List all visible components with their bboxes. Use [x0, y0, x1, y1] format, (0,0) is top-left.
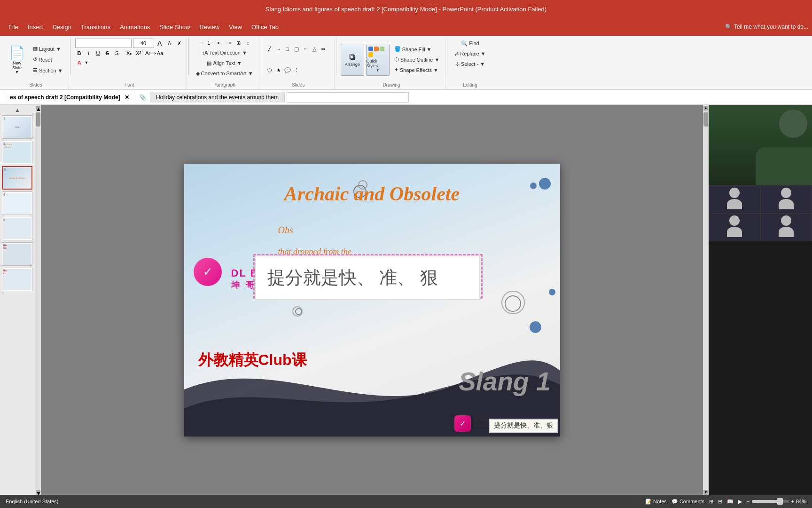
more-shapes[interactable]: ⋮ — [292, 66, 301, 74]
menu-review[interactable]: Review — [195, 21, 224, 33]
tab-current-file[interactable]: es of speech draft 2 [Compatibility Mode… — [4, 92, 135, 103]
character-spacing-button[interactable]: A⟺ — [147, 49, 155, 57]
scroll-down-btn[interactable]: ▼ — [703, 490, 708, 495]
font-controls: A A ✗ B I U S S X₂ X² A⟺ Aa A ▼ — [75, 39, 184, 80]
underline-button[interactable]: U — [94, 49, 102, 57]
slide-thumb-2[interactable]: 2 Archaic slide text — [2, 141, 32, 164]
replace-button[interactable]: ⇄ Replace ▼ — [452, 49, 488, 58]
menu-design[interactable]: Design — [47, 21, 76, 33]
slide-thumb-7[interactable]: 7 leterds — [2, 268, 32, 291]
slide-show-button[interactable]: ▶ — [738, 499, 742, 505]
slide-thumb-3[interactable]: 3 Archaic & Obsolete — [2, 166, 32, 190]
font-color-button[interactable]: A — [75, 58, 84, 67]
shape-outline-icon: ⬡ — [394, 56, 399, 63]
shape-star[interactable]: ★ — [274, 66, 283, 74]
slide-thumb-6[interactable]: 6 leterds — [2, 242, 32, 266]
shape-callout[interactable]: 💬 — [283, 66, 292, 74]
slide-abs-text: Obs — [278, 225, 293, 236]
text-direction-button[interactable]: ↕A Text Direction ▼ — [199, 48, 250, 57]
shape-pentagon[interactable]: ⬠ — [265, 66, 274, 74]
layout-button[interactable]: ▦ Layout ▼ — [30, 44, 66, 54]
clear-format-button[interactable]: ✗ — [175, 39, 184, 48]
select-button[interactable]: ⊹ Select - ▼ — [453, 59, 488, 69]
menu-insert[interactable]: Insert — [23, 21, 48, 33]
slang-text: Slang 1 — [459, 366, 551, 397]
search-tab-input[interactable] — [287, 92, 409, 103]
smartart-label: Convert to SmartArt — [201, 71, 247, 76]
dot-1 — [530, 183, 537, 189]
slide-thumb-5[interactable]: 5 — [2, 217, 32, 240]
circle-deco-bottom-2 — [505, 295, 521, 312]
zoom-thumb[interactable] — [777, 498, 783, 505]
superscript-button[interactable]: X² — [134, 49, 143, 57]
reading-view-button[interactable]: 📖 — [727, 499, 734, 505]
font-size-input[interactable] — [133, 39, 154, 48]
numbered-list-button[interactable]: 1≡ — [206, 39, 215, 47]
dot-4 — [549, 289, 555, 295]
change-case-button[interactable]: Aa — [156, 49, 164, 57]
shape-triangle[interactable]: △ — [310, 45, 319, 53]
decrease-indent-button[interactable]: ⇤ — [216, 39, 224, 47]
align-text-button[interactable]: ▤ Align Text ▼ — [204, 58, 244, 68]
menu-officetab[interactable]: Office Tab — [247, 21, 283, 33]
font-size-increase[interactable]: A — [156, 39, 164, 48]
canvas-area: Archaic and Obsolete Obs that dropped fr… — [41, 105, 703, 495]
slide-canvas[interactable]: Archaic and Obsolete Obs that dropped fr… — [184, 164, 560, 437]
zoom-control[interactable]: − + 84% — [747, 499, 806, 504]
bold-button[interactable]: B — [75, 49, 84, 57]
scroll-up-button[interactable]: ▲ — [2, 107, 33, 113]
arrange-button[interactable]: ⧉ Arrange — [341, 44, 364, 76]
font-size-decrease[interactable]: A — [165, 39, 174, 48]
tab-close-icon[interactable]: ✕ — [125, 94, 129, 101]
find-button[interactable]: 🔍 Find — [458, 39, 482, 48]
reset-button[interactable]: ↺ Reset — [30, 55, 66, 64]
columns-button[interactable]: ⊞ — [234, 39, 243, 47]
italic-button[interactable]: I — [85, 49, 93, 57]
zoom-in-button[interactable]: + — [791, 499, 794, 504]
section-button[interactable]: ☰ Section ▼ — [30, 66, 66, 75]
subscript-button[interactable]: X₂ — [125, 49, 133, 57]
convert-smartart-button[interactable]: ◆ Convert to SmartArt ▼ — [193, 69, 256, 78]
slide-thumb-1[interactable]: 1 slide — [2, 115, 32, 139]
menu-transitions[interactable]: Transitions — [76, 21, 115, 33]
slide-thumb-4[interactable]: 4 — [2, 191, 32, 215]
shape-oval[interactable]: ○ — [301, 45, 310, 53]
menu-animations[interactable]: Animations — [115, 21, 155, 33]
menu-file[interactable]: File — [4, 21, 23, 33]
shape-outline-button[interactable]: ⬡ Shape Outline ▼ — [391, 55, 443, 64]
slide-sorter-button[interactable]: ⊟ — [718, 499, 722, 505]
shape-rounded-rect[interactable]: ▢ — [292, 45, 301, 53]
normal-view-button[interactable]: ⊞ — [709, 499, 713, 505]
strikethrough-button[interactable]: S — [103, 49, 112, 57]
shape-fill-button[interactable]: 🪣 Shape Fill ▼ — [391, 45, 443, 54]
v-scroll-thumb[interactable] — [703, 112, 708, 127]
scroll-up-btn[interactable]: ▲ — [703, 106, 708, 111]
scroll-up-arrow[interactable]: ▲ — [36, 106, 40, 111]
shape-fill-label: Shape Fill — [402, 47, 425, 52]
zoom-slider[interactable] — [752, 500, 789, 503]
shape-right-arrow[interactable]: ⇒ — [319, 45, 328, 53]
tell-me[interactable]: 🔍 Tell me what you want to do... — [725, 24, 808, 30]
right-canvas-scrollbar[interactable]: ▲ ▼ — [703, 105, 709, 495]
select-label: Select - — [461, 61, 478, 67]
zoom-out-button[interactable]: − — [747, 499, 750, 504]
comments-button[interactable]: 💬 Comments — [671, 499, 704, 505]
bullets-button[interactable]: ≡ — [197, 39, 205, 47]
tab-second-file[interactable]: Holiday celebrations and the events arou… — [150, 92, 285, 103]
font-name-input[interactable] — [75, 39, 132, 48]
text-shadow-button[interactable]: S — [113, 49, 121, 57]
increase-indent-button[interactable]: ⇥ — [225, 39, 234, 47]
left-scrollbar[interactable]: ▲ ▼ — [35, 105, 41, 495]
menu-view[interactable]: View — [224, 21, 247, 33]
quick-styles-button[interactable]: Quick Styles ▼ — [366, 44, 390, 76]
shape-effects-button[interactable]: ✦ Shape Effects ▼ — [391, 65, 443, 75]
new-slide-button[interactable]: 📄 New Slide ▼ — [6, 45, 28, 74]
line-spacing-button[interactable]: ↕ — [244, 39, 252, 47]
scroll-down-arrow[interactable]: ▼ — [36, 490, 40, 495]
shape-arrow[interactable]: → — [274, 45, 283, 53]
scroll-thumb[interactable] — [36, 112, 40, 127]
notes-button[interactable]: 📝 Notes — [645, 499, 667, 505]
menu-slideshow[interactable]: Slide Show — [155, 21, 195, 33]
shape-line[interactable]: ╱ — [265, 45, 274, 53]
shape-rect[interactable]: □ — [283, 45, 292, 53]
